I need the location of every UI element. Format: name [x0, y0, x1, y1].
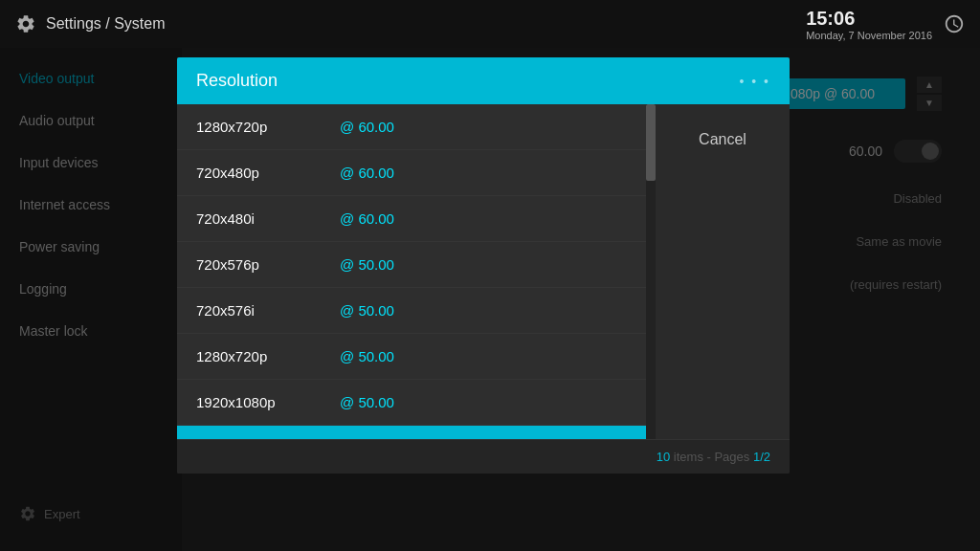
resolution-name: 1920x1080p [196, 394, 340, 410]
resolution-hz: @ 50.00 [340, 302, 394, 319]
footer-page-num: 1/2 [753, 450, 770, 464]
resolution-list[interactable]: 1280x720p @ 60.00720x480p @ 60.00720x480… [177, 104, 646, 439]
resolution-item-6[interactable]: 1280x720p @ 50.00 [177, 334, 646, 380]
footer-count: 10 [657, 450, 670, 464]
resolution-item-4[interactable]: 720x576p @ 50.00 [177, 242, 646, 288]
dialog-title: Resolution [196, 71, 278, 91]
topbar: Settings / System 15:06 Monday, 7 Novemb… [0, 0, 980, 48]
topbar-right: 15:06 Monday, 7 November 2016 [806, 8, 965, 41]
resolution-item-5[interactable]: 720x576i @ 50.00 [177, 288, 646, 334]
dialog-footer: 10 items - Pages 1/2 [177, 439, 790, 474]
resolution-name: 720x480p [196, 165, 340, 181]
dialog-actions: Cancel [656, 104, 790, 439]
dialog-scrollbar[interactable] [646, 104, 656, 439]
page-title: Settings / System [46, 15, 166, 33]
resolution-hz: @ 60.00 [340, 119, 394, 135]
resolution-name: 720x576i [196, 302, 340, 319]
dialog-body: 1280x720p @ 60.00720x480p @ 60.00720x480… [177, 104, 790, 439]
resolution-item-8[interactable]: 1920x1080p @ 60.00 [177, 426, 646, 439]
dialog-dots: • • • [740, 74, 770, 89]
resolution-hz: @ 50.00 [340, 394, 394, 410]
dialog-header: Resolution • • • [177, 57, 790, 104]
resolution-dialog: Resolution • • • 1280x720p @ 60.00720x48… [177, 57, 790, 474]
scrollbar-thumb [646, 104, 656, 181]
resolution-hz: @ 50.00 [340, 256, 394, 273]
resolution-hz: @ 60.00 [340, 165, 394, 181]
clock: 15:06 Monday, 7 November 2016 [806, 8, 932, 41]
resolution-hz: @ 60.00 [340, 210, 394, 227]
gear-icon [15, 13, 36, 34]
footer-items-label: items - Pages [670, 450, 753, 464]
resolution-item-3[interactable]: 720x480i @ 60.00 [177, 196, 646, 242]
resolution-name: 1280x720p [196, 348, 340, 364]
cancel-button[interactable]: Cancel [679, 123, 766, 156]
topbar-left: Settings / System [15, 13, 166, 34]
clock-date: Monday, 7 November 2016 [806, 30, 932, 41]
resolution-hz: @ 50.00 [340, 348, 394, 364]
clock-time: 15:06 [806, 8, 932, 30]
resolution-item-1[interactable]: 1280x720p @ 60.00 [177, 104, 646, 150]
resolution-item-2[interactable]: 720x480p @ 60.00 [177, 150, 646, 196]
clock-icon [944, 13, 965, 34]
resolution-item-7[interactable]: 1920x1080p @ 50.00 [177, 380, 646, 426]
resolution-name: 720x576p [196, 256, 340, 273]
resolution-name: 720x480i [196, 210, 340, 227]
resolution-name: 1280x720p [196, 119, 340, 135]
